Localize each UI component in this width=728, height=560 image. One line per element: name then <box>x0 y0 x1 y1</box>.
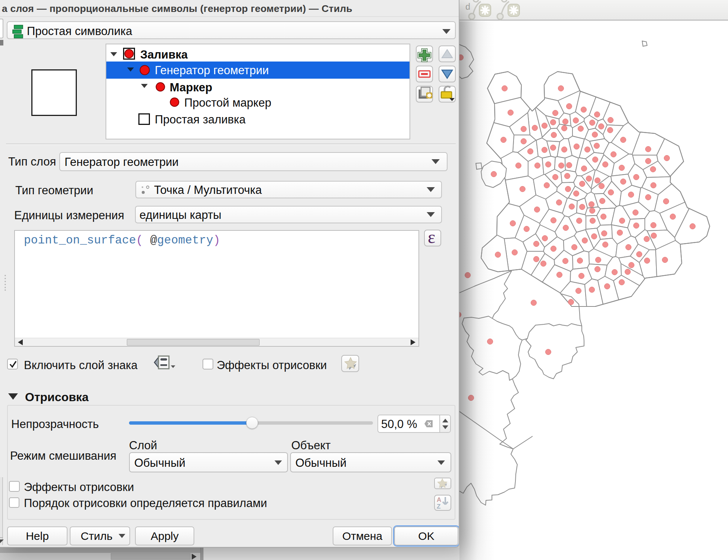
svg-text:A: A <box>437 496 441 503</box>
svg-text:d: d <box>465 2 470 12</box>
svg-text:Z: Z <box>437 503 440 510</box>
